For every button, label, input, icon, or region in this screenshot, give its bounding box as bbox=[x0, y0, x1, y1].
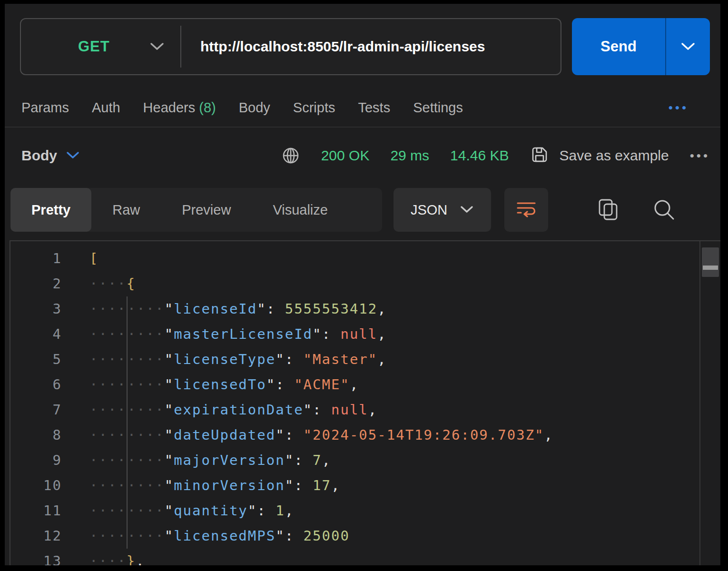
line-number: 5 bbox=[10, 347, 62, 372]
chevron-down-icon bbox=[149, 41, 165, 52]
response-time[interactable]: 29 ms bbox=[390, 148, 429, 164]
save-as-example-label: Save as example bbox=[560, 148, 669, 164]
line-number: 2 bbox=[10, 271, 62, 296]
search-icon[interactable] bbox=[652, 197, 677, 222]
wrap-lines-button[interactable] bbox=[504, 188, 548, 232]
chevron-down-icon bbox=[460, 205, 474, 215]
save-as-example-button[interactable]: Save as example bbox=[530, 145, 669, 166]
url-input[interactable]: http://localhost:8505/lr-admin-api/licen… bbox=[181, 19, 561, 74]
tab-tests[interactable]: Tests bbox=[358, 100, 390, 116]
code-line: 12········"licensedMPS": 25000 bbox=[10, 523, 699, 549]
send-label: Send bbox=[572, 38, 665, 55]
line-number: 12 bbox=[10, 523, 62, 549]
view-tab-raw[interactable]: Raw bbox=[91, 188, 161, 232]
code-line: 5········"licenseType": "Master", bbox=[10, 347, 699, 372]
wrap-lines-icon bbox=[516, 200, 537, 219]
line-number: 13 bbox=[10, 549, 62, 565]
response-view-tabs: PrettyRawPreviewVisualize bbox=[10, 188, 382, 232]
code-line: 6········"licensedTo": "ACME", bbox=[10, 372, 699, 397]
response-body-panel: 1[2····{3········"licenseId": 5555553412… bbox=[10, 240, 720, 565]
line-number: 1 bbox=[10, 246, 62, 271]
chevron-down-icon bbox=[66, 151, 80, 160]
line-number: 10 bbox=[10, 473, 62, 498]
line-number: 11 bbox=[10, 498, 62, 523]
code-line: 1[ bbox=[10, 246, 699, 271]
view-tab-preview[interactable]: Preview bbox=[161, 188, 252, 232]
tab-scripts[interactable]: Scripts bbox=[293, 100, 335, 116]
code-line: 4········"masterLicenseId": null, bbox=[10, 322, 699, 347]
scrollbar-thumb[interactable] bbox=[702, 247, 719, 277]
save-icon bbox=[530, 145, 549, 166]
line-number: 9 bbox=[10, 448, 62, 473]
code-line: 10········"minorVersion": 17, bbox=[10, 473, 699, 498]
line-number: 8 bbox=[10, 423, 62, 448]
section-divider bbox=[5, 127, 720, 128]
headers-count-badge: (8) bbox=[195, 100, 216, 115]
line-number: 3 bbox=[10, 296, 62, 322]
line-number: 7 bbox=[10, 397, 62, 423]
tab-body[interactable]: Body bbox=[239, 100, 270, 116]
request-tabs: ParamsAuthHeaders (8)BodyScriptsTestsSet… bbox=[21, 100, 463, 116]
response-toolbar: PrettyRawPreviewVisualize JSON bbox=[10, 188, 715, 232]
status-badge[interactable]: 200 OK bbox=[321, 148, 370, 164]
scrollbar-marker bbox=[703, 266, 718, 270]
network-icon[interactable] bbox=[281, 146, 300, 165]
code-line: 11········"quantity": 1, bbox=[10, 498, 699, 523]
method-label: GET bbox=[78, 38, 110, 55]
method-selector[interactable]: GET bbox=[21, 19, 180, 74]
code-line: 7········"expirationDate": null, bbox=[10, 397, 699, 423]
scrollbar[interactable] bbox=[699, 241, 720, 565]
request-tabs-row: ParamsAuthHeaders (8)BodyScriptsTestsSet… bbox=[5, 92, 720, 123]
request-url-bar: GET http://localhost:8505/lr-admin-api/l… bbox=[20, 18, 561, 75]
format-selector[interactable]: JSON bbox=[394, 188, 491, 232]
send-button[interactable]: Send bbox=[572, 18, 710, 75]
tab-auth[interactable]: Auth bbox=[92, 100, 120, 116]
code-line: 2····{ bbox=[10, 271, 699, 296]
tab-params[interactable]: Params bbox=[21, 100, 69, 116]
tab-headers[interactable]: Headers (8) bbox=[143, 100, 216, 116]
request-more-button[interactable]: ••• bbox=[669, 100, 689, 115]
code-lines[interactable]: 1[2····{3········"licenseId": 5555553412… bbox=[10, 241, 699, 565]
response-meta-row: Body 200 OK 29 ms 14.46 KB Save as examp… bbox=[5, 139, 720, 172]
line-number: 4 bbox=[10, 322, 62, 347]
response-more-button[interactable]: ••• bbox=[690, 148, 710, 163]
code-line: 13····}, bbox=[10, 549, 699, 565]
line-number: 6 bbox=[10, 372, 62, 397]
send-options-button[interactable] bbox=[666, 41, 710, 52]
view-tab-pretty[interactable]: Pretty bbox=[10, 188, 91, 232]
response-size[interactable]: 14.46 KB bbox=[450, 148, 509, 164]
copy-icon[interactable] bbox=[598, 198, 620, 222]
code-line: 3········"licenseId": 5555553412, bbox=[10, 296, 699, 322]
response-view-selector[interactable]: Body bbox=[21, 148, 80, 164]
format-label: JSON bbox=[411, 202, 447, 218]
code-line: 9········"majorVersion": 7, bbox=[10, 448, 699, 473]
response-view-label: Body bbox=[21, 148, 57, 164]
app-window: GET http://localhost:8505/lr-admin-api/l… bbox=[5, 4, 720, 565]
view-tab-visualize[interactable]: Visualize bbox=[252, 188, 349, 232]
tab-settings[interactable]: Settings bbox=[413, 100, 463, 116]
code-line: 8········"dateUpdated": "2024-05-14T19:2… bbox=[10, 423, 699, 448]
